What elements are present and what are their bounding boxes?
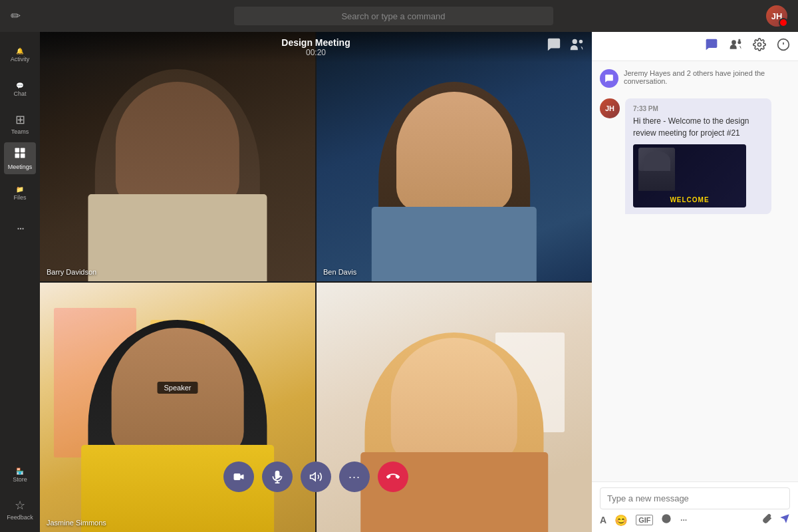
video-cell-4: [317, 283, 592, 532]
participant-2-name: Ben Davis: [323, 268, 356, 276]
call-controls: ···: [223, 462, 408, 492]
message-time: 7:33 PM: [633, 105, 763, 112]
video-grid: Barry Davidson Ben Davis: [40, 32, 592, 532]
attach-icon[interactable]: [762, 513, 773, 527]
meeting-header: Design Meeting 00:20: [40, 32, 592, 63]
video-cell-1: Barry Davidson: [40, 32, 315, 281]
speaker-label: Speaker: [158, 382, 198, 394]
top-bar-left: ✏: [11, 9, 21, 23]
more-icon: ···: [17, 221, 24, 234]
sidebar-item-activity[interactable]: 🔔 Activity: [4, 39, 36, 70]
chat-header-chat-icon[interactable]: [705, 38, 718, 55]
sticker-icon[interactable]: [661, 513, 672, 527]
sidebar-item-chat-label: Chat: [13, 90, 26, 97]
send-icon[interactable]: [779, 513, 790, 527]
sidebar-item-files[interactable]: 📁 Files: [4, 177, 36, 209]
sidebar-item-meetings-label: Meetings: [8, 164, 33, 170]
video-toggle-button[interactable]: [223, 462, 254, 492]
chat-input[interactable]: [600, 487, 790, 509]
sidebar-item-store-label: Store: [13, 476, 27, 483]
chat-toolbar-right: [762, 513, 790, 527]
end-call-button[interactable]: [378, 462, 408, 492]
svg-point-18: [667, 517, 668, 519]
meeting-title: Design Meeting: [281, 37, 350, 48]
sidebar-item-feedback[interactable]: ☆ Feedback: [4, 493, 36, 525]
meeting-timer: 00:20: [281, 48, 350, 57]
chat-input-area: A 😊 GIF ···: [592, 481, 798, 532]
system-avatar: [600, 69, 618, 88]
main-layout: 🔔 Activity 💬 Chat ⊞ Teams Meetings 📁: [0, 0, 798, 532]
video-area: Design Meeting 00:20: [40, 32, 592, 532]
chat-toolbar: A 😊 GIF ···: [600, 509, 790, 527]
top-bar-center: Search or type a command: [21, 7, 766, 25]
chat-icon: 💬: [16, 82, 24, 89]
video-cell-3: Jasmine Simmons Speaker: [40, 283, 315, 532]
chat-panel: Jeremy Hayes and 2 others have joined th…: [592, 32, 798, 532]
mic-toggle-button[interactable]: [262, 462, 293, 492]
message-image-label: WELCOME: [670, 196, 709, 203]
speaker-toggle-button[interactable]: [301, 462, 331, 492]
sidebar-item-chat[interactable]: 💬 Chat: [4, 73, 36, 105]
system-message-text: Jeremy Hayes and 2 others have joined th…: [624, 69, 790, 85]
emoji-icon[interactable]: 😊: [614, 514, 628, 527]
sidebar-item-feedback-label: Feedback: [7, 514, 33, 521]
top-bar: ✏ Search or type a command JH: [0, 0, 798, 32]
sidebar-item-files-label: Files: [13, 194, 26, 201]
compose-icon[interactable]: ✏: [11, 9, 21, 23]
teams-icon: ⊞: [15, 112, 25, 127]
svg-point-4: [573, 39, 577, 44]
sidebar-item-more[interactable]: ···: [4, 211, 36, 243]
chat-header-info-icon[interactable]: [777, 38, 790, 55]
sidebar-item-meetings[interactable]: Meetings: [4, 142, 36, 174]
search-bar[interactable]: Search or type a command: [234, 7, 553, 25]
meeting-controls-top: [547, 37, 584, 55]
user-avatar[interactable]: JH: [766, 5, 787, 27]
feedback-icon: ☆: [15, 498, 25, 513]
participant-3-name: Jasmine Simmons: [47, 519, 106, 527]
svg-rect-1: [21, 148, 25, 153]
activity-icon: 🔔: [16, 47, 24, 55]
svg-point-8: [732, 40, 736, 45]
search-placeholder: Search or type a command: [341, 11, 445, 21]
message-avatar: JH: [600, 98, 620, 118]
message-text: Hi there - Welcome to the design review …: [633, 115, 763, 139]
sidebar-item-teams-label: Teams: [11, 128, 29, 135]
chat-messages: Jeremy Hayes and 2 others have joined th…: [592, 61, 798, 481]
message-image: WELCOME: [633, 144, 746, 207]
chat-header-participants-icon[interactable]: [729, 38, 742, 55]
sidebar-item-teams[interactable]: ⊞ Teams: [4, 108, 36, 140]
chat-toolbar-left: A 😊 GIF ···: [600, 513, 687, 527]
more-options-icon[interactable]: ···: [680, 514, 686, 526]
svg-point-17: [664, 517, 666, 519]
svg-rect-2: [15, 154, 20, 158]
store-icon: 🏪: [16, 467, 24, 475]
svg-point-12: [758, 43, 761, 47]
files-icon: 📁: [16, 186, 24, 193]
message-row-1: JH 7:33 PM Hi there - Welcome to the des…: [600, 98, 790, 214]
svg-point-16: [662, 514, 671, 523]
more-controls-button[interactable]: ···: [339, 462, 370, 492]
format-text-icon[interactable]: A: [600, 515, 606, 525]
sidebar-item-activity-label: Activity: [11, 56, 30, 63]
video-cell-2: Ben Davis: [317, 32, 592, 281]
sidebar-item-store[interactable]: 🏪 Store: [4, 459, 36, 491]
svg-rect-3: [21, 154, 25, 158]
meetings-icon: [13, 146, 27, 162]
chat-header-settings-icon[interactable]: [753, 38, 766, 55]
top-bar-right: JH: [766, 5, 787, 27]
sidebar: 🔔 Activity 💬 Chat ⊞ Teams Meetings 📁: [0, 32, 40, 532]
message-bubble: 7:33 PM Hi there - Welcome to the design…: [625, 98, 771, 214]
participants-icon[interactable]: [569, 37, 584, 55]
chat-header: [592, 32, 798, 61]
svg-rect-0: [15, 148, 20, 153]
gif-icon[interactable]: GIF: [636, 515, 653, 525]
system-message: Jeremy Hayes and 2 others have joined th…: [600, 69, 790, 88]
svg-point-5: [579, 40, 583, 43]
chat-toggle-icon[interactable]: [547, 37, 561, 55]
participant-1-name: Barry Davidson: [47, 268, 96, 276]
